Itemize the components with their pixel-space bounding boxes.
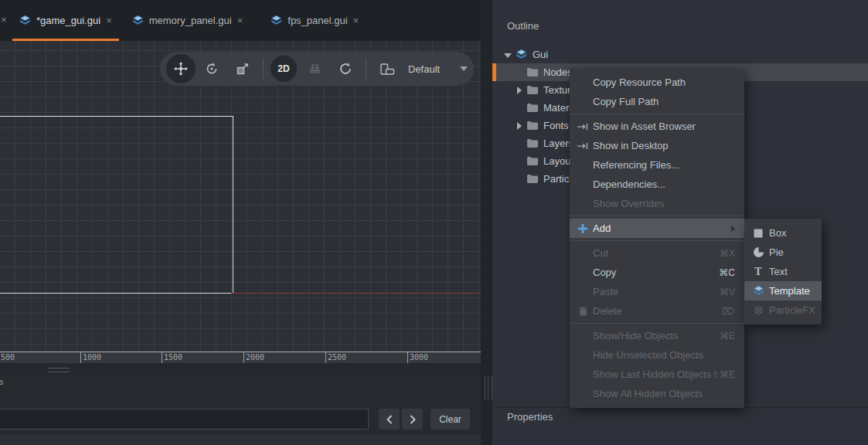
tab-close-icon[interactable]: × bbox=[237, 15, 243, 26]
device-orientation-button[interactable] bbox=[371, 63, 402, 76]
menu-item-label: ParticleFX bbox=[769, 304, 815, 316]
reset-camera-button[interactable] bbox=[330, 62, 361, 76]
2d-mode-toggle[interactable]: 2D bbox=[268, 56, 299, 82]
scale-tool-button[interactable] bbox=[227, 62, 258, 76]
tab-game-gui[interactable]: *game_gui.gui × bbox=[12, 0, 119, 41]
menu-item-label: Copy Resource Path bbox=[593, 76, 686, 88]
trash-icon bbox=[576, 307, 590, 316]
refresh-icon bbox=[339, 62, 352, 76]
ruler-label: 3000 bbox=[410, 353, 428, 362]
chevron-down-icon bbox=[460, 66, 468, 71]
properties-panel-title: Properties bbox=[507, 411, 553, 423]
viewport-toolbar: 2D Default bbox=[160, 52, 474, 86]
menu-item-show-all-hidden-objects: Show All Hidden Objects bbox=[570, 384, 744, 403]
ruler-tick bbox=[80, 352, 81, 364]
splitter-grip-icon[interactable] bbox=[485, 376, 492, 399]
next-match-button[interactable] bbox=[402, 409, 423, 430]
menu-item-label: Show Last Hidden Objects bbox=[593, 369, 711, 380]
prev-match-button[interactable] bbox=[379, 409, 400, 430]
menu-item-copy-full-path[interactable]: Copy Full Path bbox=[570, 92, 744, 111]
ruler-tick bbox=[243, 352, 244, 364]
plus-icon bbox=[576, 224, 590, 233]
menu-item-label: Referencing Files... bbox=[593, 159, 679, 171]
ruler-label: 500 bbox=[1, 353, 15, 362]
menu-separator bbox=[570, 216, 744, 216]
menu-item-show-in-asset-browser[interactable]: Show in Asset Browser bbox=[570, 117, 744, 136]
gui-file-icon bbox=[271, 15, 282, 25]
arrow-spacer bbox=[515, 140, 524, 148]
tab-close-icon[interactable]: × bbox=[353, 15, 359, 26]
menu-item-delete: Delete ⌦ bbox=[570, 301, 744, 321]
rotate-icon bbox=[205, 62, 219, 76]
tab-label: *game_gui.gui bbox=[36, 15, 100, 26]
menu-item-paste: Paste⌘V bbox=[570, 282, 744, 301]
folder-icon bbox=[527, 104, 538, 112]
hidden-tab-close-icon[interactable]: × bbox=[0, 0, 7, 39]
move-tool-button[interactable] bbox=[165, 54, 196, 83]
folder-icon bbox=[527, 175, 538, 183]
particlefx-node-icon bbox=[751, 305, 765, 315]
submenu-item-box[interactable]: Box bbox=[744, 223, 822, 243]
menu-item-label: Delete bbox=[593, 305, 622, 317]
menu-shortcut: ⌘E bbox=[720, 331, 735, 341]
scene-viewport[interactable]: 2D Default bbox=[0, 41, 481, 352]
box-node-icon bbox=[751, 229, 765, 238]
menu-item-show-hide-objects: Show/Hide Objects⌘E bbox=[570, 326, 744, 345]
template-node-icon bbox=[751, 286, 765, 296]
menu-item-label: Cut bbox=[593, 247, 608, 259]
menu-shortcut: ⌘V bbox=[720, 287, 735, 297]
x-axis-line bbox=[231, 293, 481, 294]
collapse-arrow-icon[interactable] bbox=[515, 87, 524, 94]
menu-item-label: Copy Full Path bbox=[593, 96, 659, 107]
ruler-tick bbox=[407, 352, 408, 364]
menu-item-show-last-hidden-objects: Show Last Hidden Objects⇧⌘E bbox=[570, 365, 744, 384]
gui-file-icon bbox=[132, 15, 144, 25]
menu-item-referencing-files[interactable]: Referencing Files... bbox=[570, 155, 744, 175]
tab-bar: × *game_gui.gui × memory_panel.gui × fps… bbox=[0, 0, 481, 41]
splitter-grip-icon[interactable] bbox=[48, 368, 70, 372]
menu-separator bbox=[570, 240, 744, 241]
perspective-camera-button[interactable] bbox=[299, 62, 330, 76]
menu-separator bbox=[570, 114, 744, 114]
tree-item-gui[interactable]: Gui bbox=[495, 46, 868, 63]
arrow-spacer bbox=[515, 175, 524, 183]
layout-profile-dropdown[interactable]: Default bbox=[408, 63, 440, 75]
menu-item-label: Box bbox=[769, 227, 786, 239]
horizontal-splitter[interactable] bbox=[0, 363, 481, 375]
chevron-left-icon bbox=[386, 415, 393, 424]
folder-icon bbox=[527, 86, 538, 94]
ruler-label: 1000 bbox=[83, 353, 101, 362]
tab-label: memory_panel.gui bbox=[149, 15, 232, 26]
expand-arrow-icon[interactable] bbox=[503, 51, 512, 59]
editor-column: × *game_gui.gui × memory_panel.gui × fps… bbox=[0, 0, 481, 445]
menu-item-label: Copy bbox=[593, 267, 616, 278]
horizontal-ruler: 500 1000 1500 2000 2500 3000 bbox=[0, 352, 481, 363]
menu-item-label: Template bbox=[769, 285, 810, 297]
rotate-tool-button[interactable] bbox=[196, 62, 227, 76]
folder-icon bbox=[527, 121, 538, 130]
menu-shortcut: ⌘X bbox=[720, 248, 735, 259]
clear-button[interactable]: Clear bbox=[431, 409, 470, 430]
tab-memory-panel[interactable]: memory_panel.gui × bbox=[125, 0, 250, 41]
bottom-search-input[interactable] bbox=[0, 409, 369, 430]
submenu-item-pie[interactable]: Pie bbox=[744, 243, 822, 262]
submenu-arrow-icon bbox=[731, 226, 735, 232]
menu-item-add[interactable]: Add bbox=[570, 219, 744, 238]
menu-shortcut: ⇧⌘E bbox=[712, 369, 735, 380]
menu-item-dependencies[interactable]: Dependencies... bbox=[570, 175, 744, 194]
menu-item-copy[interactable]: Copy⌘C bbox=[570, 263, 744, 282]
tab-fps-panel[interactable]: fps_panel.gui × bbox=[264, 0, 366, 41]
menu-item-copy-resource-path[interactable]: Copy Resource Path bbox=[570, 73, 744, 92]
menu-shortcut: ⌘C bbox=[719, 267, 735, 278]
menu-item-show-in-desktop[interactable]: Show in Desktop bbox=[570, 136, 744, 155]
bottom-panel-tab-partial: s bbox=[0, 377, 4, 386]
submenu-item-text[interactable]: T Text bbox=[744, 262, 822, 281]
ruler-label: 1500 bbox=[164, 353, 182, 362]
bottom-panel: s Clear bbox=[0, 375, 481, 445]
menu-item-label: Show All Hidden Objects bbox=[593, 388, 703, 399]
submenu-item-particlefx[interactable]: ParticleFX bbox=[744, 301, 822, 320]
submenu-item-template[interactable]: Template bbox=[744, 281, 822, 301]
vertical-splitter[interactable] bbox=[481, 0, 492, 445]
collapse-arrow-icon[interactable] bbox=[515, 122, 524, 130]
tab-close-icon[interactable]: × bbox=[106, 15, 112, 26]
